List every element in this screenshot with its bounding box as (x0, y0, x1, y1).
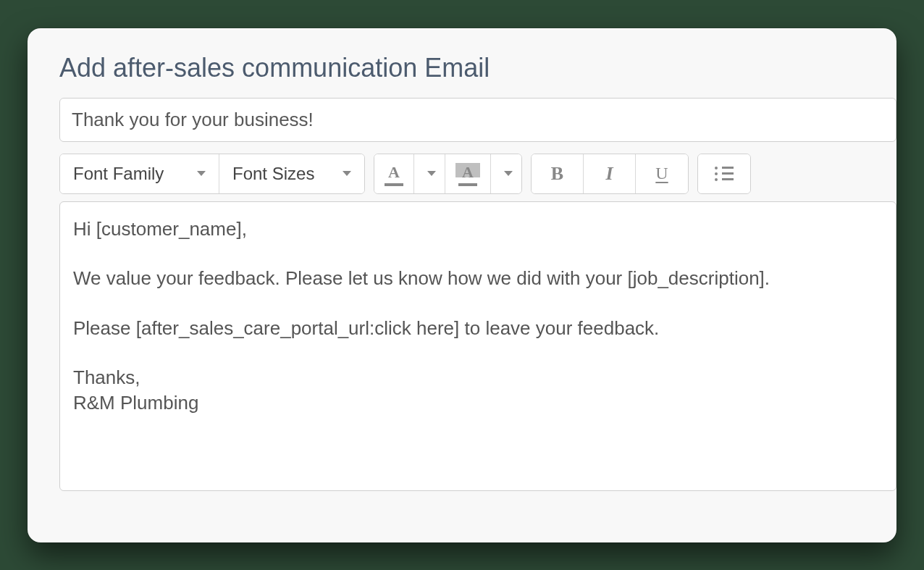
content-area: Add after-sales communication Email Font… (28, 28, 896, 491)
font-size-label: Font Sizes (232, 164, 314, 184)
color-group: A A (374, 154, 522, 194)
highlight-color-icon: A (455, 162, 480, 186)
chevron-down-icon (197, 171, 206, 176)
bullet-list-icon (715, 167, 734, 181)
bullet-list-button[interactable] (698, 154, 750, 193)
chevron-down-icon (427, 171, 436, 176)
background-color-button[interactable]: A (445, 154, 521, 193)
list-group (697, 154, 751, 194)
bold-button[interactable]: B (532, 154, 584, 193)
font-family-dropdown[interactable]: Font Family (60, 154, 219, 193)
subject-input[interactable] (59, 98, 896, 142)
italic-button[interactable]: I (584, 154, 636, 193)
chevron-down-icon (343, 171, 351, 176)
font-size-dropdown[interactable]: Font Sizes (219, 154, 364, 193)
chevron-down-icon (504, 171, 513, 176)
text-color-icon: A (385, 162, 403, 186)
font-family-label: Font Family (73, 164, 164, 184)
email-editor-window: Add after-sales communication Email Font… (28, 28, 896, 542)
underline-button[interactable]: U (636, 154, 688, 193)
bold-icon: B (551, 163, 563, 185)
subject-row (28, 98, 896, 149)
style-group: B I U (531, 154, 689, 194)
editor-container: Hi [customer_name], We value your feedba… (59, 201, 896, 491)
italic-icon: I (605, 163, 613, 185)
editor-toolbar: Font Family Font Sizes A (28, 149, 896, 201)
page-title: Add after-sales communication Email (28, 53, 896, 98)
text-color-button[interactable]: A (374, 154, 445, 193)
email-body-editor[interactable]: Hi [customer_name], We value your feedba… (60, 202, 896, 490)
font-group: Font Family Font Sizes (59, 154, 365, 194)
underline-icon: U (655, 164, 668, 183)
